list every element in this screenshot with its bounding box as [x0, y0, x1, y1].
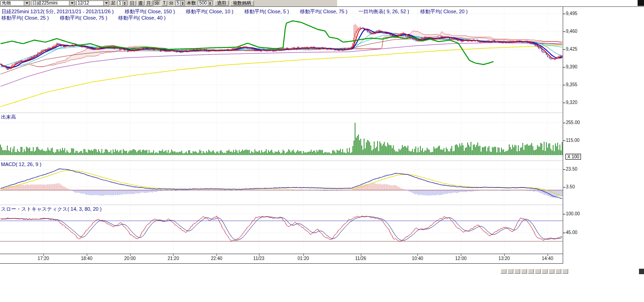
window-corner-box — [638, 0, 644, 6]
bars-label: 本数 — [186, 0, 196, 6]
axis-tick-mark — [563, 169, 565, 170]
macd-axis-label: 3.50 — [566, 184, 587, 189]
chart-tool-button-5[interactable] — [528, 269, 534, 274]
axis-tick-mark — [563, 214, 565, 214]
legend-item: 一目均衡表( 9, 26, 52 ) — [359, 9, 409, 14]
legend-item: 移動平均( Close, 20 ) — [420, 9, 468, 14]
bars-value: 500 — [198, 0, 208, 6]
price-axis-label: 9,425 — [566, 47, 587, 52]
spinner-arrows-icon[interactable] — [208, 1, 212, 5]
time-axis-label: 20:00 — [119, 256, 142, 261]
chevron-down-icon[interactable] — [69, 1, 74, 5]
axis-tick-mark — [563, 85, 565, 85]
legend-item: 移動平均( Close, 75 ) — [300, 9, 348, 14]
axis-tick-mark — [563, 14, 565, 14]
legend-item: 移動平均( Close, 5 ) — [244, 9, 289, 14]
axis-tick-mark — [563, 103, 565, 103]
price-axis-label: 9,355 — [566, 82, 587, 87]
period-button-月[interactable]: 月 — [145, 0, 153, 6]
period-button-週[interactable]: 週 — [137, 0, 144, 6]
volume-multiplier-badge: X 100 — [565, 154, 581, 160]
price-chart-canvas[interactable] — [0, 6, 563, 264]
stoch-axis-label: 100.00 — [566, 211, 587, 216]
symbol-select[interactable]: 日経225mini — [31, 0, 75, 6]
volume-panel-label: 出来高 — [1, 114, 16, 120]
top-toolbar: 先物 日経225mini 12/12 足 1 日週月分T 分 5 本数 500 … — [0, 0, 337, 6]
chart-tool-button-2[interactable] — [507, 269, 513, 274]
chart-tool-button-4[interactable] — [521, 269, 527, 274]
period-button-分[interactable]: 分 — [153, 0, 161, 6]
time-axis-label: 17:20 — [32, 256, 55, 261]
axis-tick-mark — [563, 141, 565, 141]
axis-tick-mark — [563, 49, 565, 50]
stoch-axis-label: 45.00 — [566, 230, 587, 235]
apply-button[interactable]: 適用 — [214, 0, 229, 6]
legend-row-1: 日経225mini 12/12( 5分, 2012/11/21 - 2012/1… — [1, 8, 479, 15]
macd-panel-label: MACD( 12, 26, 9 ) — [1, 161, 42, 167]
minute-value: 5 — [176, 0, 180, 6]
time-axis-label: 18:40 — [75, 256, 98, 261]
chart-tool-button-8[interactable] — [549, 269, 554, 274]
spinner-arrows-icon[interactable] — [122, 1, 127, 5]
legend-item: 日経225mini 12/12( 5分, 2012/11/21 - 2012/1… — [1, 9, 114, 14]
chevron-down-icon[interactable] — [103, 1, 109, 5]
volume-axis-label: 115.00 — [566, 138, 587, 143]
price-axis-label: 9,320 — [566, 100, 587, 105]
ashi-label: 足 — [111, 0, 116, 6]
contract-month-select[interactable]: 12/12 — [76, 0, 109, 6]
legend-item: 移動平均( Close, 75 ) — [60, 15, 107, 21]
chart-tool-button-3[interactable] — [514, 269, 520, 274]
time-axis-label: 13:20 — [493, 256, 516, 261]
price-axis-label: 9,460 — [566, 29, 587, 34]
chart-tool-button-7[interactable] — [542, 269, 548, 274]
time-axis-label: 21:20 — [162, 256, 185, 261]
period-button-group: 日週月分T — [129, 0, 167, 6]
market-select-value: 先物 — [1, 0, 24, 6]
chevron-down-icon[interactable] — [24, 1, 29, 5]
legend-row-2: 移動平均( Close, 25 )移動平均( Close, 75 )移動平均( … — [1, 15, 177, 21]
time-axis-label: 22:40 — [205, 256, 228, 261]
toolbar-row: 先物 日経225mini 12/12 足 1 日週月分T 分 5 本数 500 … — [0, 0, 644, 7]
price-axis-label: 9,390 — [566, 64, 587, 69]
market-select[interactable]: 先物 — [0, 0, 30, 6]
price-axis-label: 9,495 — [566, 11, 587, 16]
macd-axis-label: 23.50 — [566, 167, 587, 172]
period-button-T[interactable]: T — [162, 0, 167, 6]
time-axis-label: 10:40 — [406, 256, 429, 261]
time-axis-label: 11/26 — [349, 256, 372, 261]
multi-symbol-button[interactable]: 複数銘柄 — [230, 0, 254, 6]
chart-tool-button-9[interactable] — [555, 269, 561, 274]
minute-label: 分 — [169, 0, 174, 6]
ashi-count-value: 1 — [118, 0, 122, 6]
contract-month-value: 12/12 — [77, 0, 103, 6]
bottom-corner-box — [639, 269, 644, 274]
axis-tick-mark — [563, 123, 565, 123]
legend-item: 移動平均( Close, 150 ) — [125, 9, 175, 14]
symbol-select-value: 日経225mini — [32, 0, 69, 6]
spinner-arrows-icon[interactable] — [180, 1, 185, 5]
minute-spinner[interactable]: 5 — [175, 0, 185, 6]
time-axis-label: 12:00 — [449, 256, 472, 261]
chart-area: 日経225mini 12/12( 5分, 2012/11/21 - 2012/1… — [0, 6, 644, 302]
ashi-count-spinner[interactable]: 1 — [117, 0, 127, 6]
chart-tool-button-1[interactable] — [501, 269, 507, 274]
chart-tool-button-6[interactable] — [535, 269, 541, 274]
time-axis-label: 14:40 — [536, 256, 559, 261]
axis-tick-mark — [563, 187, 565, 187]
axis-tick-mark — [563, 67, 565, 68]
chart-tool-button-10[interactable] — [562, 269, 568, 274]
time-axis-label: 01:20 — [292, 256, 315, 261]
bottom-mini-toolbar — [501, 269, 568, 274]
axis-tick-mark — [563, 233, 565, 233]
legend-item: 移動平均( Close, 10 ) — [186, 9, 233, 14]
time-axis-label: 11/23 — [248, 256, 270, 261]
bars-spinner[interactable]: 500 — [198, 0, 213, 6]
volume-axis-label: 255.00 — [566, 120, 587, 125]
legend-item: 移動平均( Close, 40 ) — [118, 15, 166, 21]
axis-tick-mark — [563, 31, 565, 32]
legend-item: 移動平均( Close, 25 ) — [1, 15, 49, 21]
stoch-panel-label: スロー・ストキャスティクス( 14, 3, 80, 20 ) — [1, 206, 101, 213]
period-button-日[interactable]: 日 — [129, 0, 136, 6]
